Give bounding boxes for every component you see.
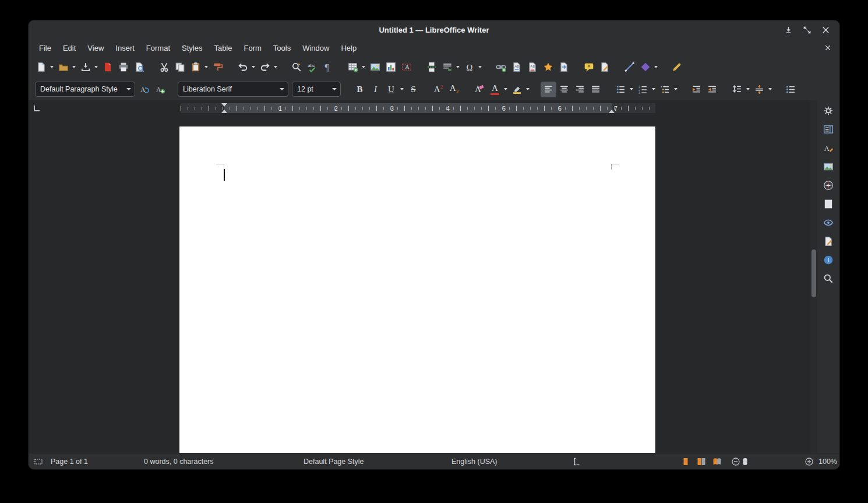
horizontal-ruler[interactable]: 1234567 xyxy=(181,103,655,113)
menu-form[interactable]: Form xyxy=(238,41,267,55)
align-left-button[interactable] xyxy=(541,82,556,97)
insert-footnote-button[interactable]: AB xyxy=(509,59,524,75)
italic-button[interactable]: I xyxy=(368,82,383,97)
track-changes-button[interactable] xyxy=(597,59,612,75)
formatting-marks-button[interactable]: ¶ xyxy=(320,59,336,75)
insert-table-dropdown-arrow[interactable] xyxy=(361,59,366,75)
view-book-button[interactable] xyxy=(711,456,723,467)
export-pdf-button[interactable] xyxy=(100,59,115,75)
clear-formatting-button[interactable]: A xyxy=(471,82,487,97)
bold-button[interactable]: B xyxy=(352,82,368,97)
tab-stop-selector[interactable] xyxy=(32,104,41,113)
chevron-down-icon[interactable] xyxy=(123,82,135,96)
insert-chart-button[interactable] xyxy=(383,59,398,75)
print-button[interactable] xyxy=(115,59,131,75)
insert-cross-reference-button[interactable] xyxy=(556,59,571,75)
insert-hyperlink-button[interactable] xyxy=(493,59,509,75)
paragraph-spacing-dropdown-arrow[interactable] xyxy=(767,82,772,97)
insert-image-button[interactable] xyxy=(367,59,383,75)
font-name-combobox[interactable]: Liberation Serif xyxy=(178,82,288,97)
view-single-page-button[interactable] xyxy=(680,456,691,467)
page-style-status[interactable]: Default Page Style xyxy=(304,458,364,466)
paste-button[interactable] xyxy=(188,59,203,75)
align-right-button[interactable] xyxy=(572,82,588,97)
highlight-color-dropdown-arrow[interactable] xyxy=(525,82,530,97)
language-status[interactable]: English (USA) xyxy=(451,458,497,466)
sidebar-find-tab[interactable] xyxy=(821,272,835,285)
sidebar-style-inspector-tab[interactable] xyxy=(821,216,835,229)
insert-field-dropdown-arrow[interactable] xyxy=(455,59,460,75)
open-button[interactable] xyxy=(55,59,71,75)
vertical-scrollbar[interactable] xyxy=(810,100,817,453)
unordered-list-button[interactable] xyxy=(613,82,629,97)
sidebar-styles-tab[interactable]: A xyxy=(821,142,835,154)
insert-special-character-button[interactable]: Ω xyxy=(461,59,477,75)
minimize-button[interactable] xyxy=(782,24,794,36)
word-count-status[interactable]: 0 words, 0 characters xyxy=(144,458,214,466)
selection-mode-icon[interactable] xyxy=(34,457,43,466)
maximize-button[interactable] xyxy=(801,24,813,36)
basic-shapes-dropdown-arrow[interactable] xyxy=(653,59,658,75)
outline-list-button[interactable] xyxy=(657,82,673,97)
save-dropdown-arrow[interactable] xyxy=(93,59,98,75)
menu-file[interactable]: File xyxy=(33,41,57,55)
menu-table[interactable]: Table xyxy=(208,41,238,55)
new-style-button[interactable]: A xyxy=(153,82,168,97)
sidebar-gallery-tab[interactable] xyxy=(821,160,835,173)
undo-button[interactable] xyxy=(235,59,250,75)
insert-table-button[interactable] xyxy=(345,59,361,75)
zoom-in-button[interactable] xyxy=(805,457,814,466)
increase-indent-button[interactable] xyxy=(689,82,704,97)
menu-window[interactable]: Window xyxy=(297,41,335,55)
paste-dropdown-arrow[interactable] xyxy=(203,59,209,75)
insert-special-character-dropdown-arrow[interactable] xyxy=(477,59,482,75)
sidebar-manage-changes-tab[interactable] xyxy=(821,235,835,248)
paragraph-style-combobox[interactable]: Default Paragraph Style xyxy=(35,82,135,97)
menu-view[interactable]: View xyxy=(82,41,110,55)
redo-dropdown-arrow[interactable] xyxy=(273,59,278,75)
decrease-indent-button[interactable] xyxy=(704,82,720,97)
insert-bookmark-button[interactable] xyxy=(540,59,556,75)
first-line-indent-marker[interactable] xyxy=(221,103,227,107)
sidebar-properties-tab[interactable] xyxy=(821,123,835,136)
show-draw-functions-button[interactable] xyxy=(669,59,684,75)
sidebar-settings-button[interactable] xyxy=(821,104,835,117)
menu-styles[interactable]: Styles xyxy=(176,41,208,55)
menu-tools[interactable]: Tools xyxy=(267,41,297,55)
update-style-button[interactable]: A xyxy=(137,82,153,97)
superscript-button[interactable]: A2 xyxy=(431,82,446,97)
font-color-dropdown-arrow[interactable] xyxy=(503,82,508,97)
ordered-list-button[interactable]: 123 xyxy=(635,82,651,97)
zoom-level-status[interactable]: 100% xyxy=(818,458,837,466)
sidebar-page-tab[interactable] xyxy=(821,198,835,210)
find-replace-button[interactable] xyxy=(288,59,304,75)
right-indent-marker[interactable] xyxy=(609,110,615,113)
unordered-list-dropdown-arrow[interactable] xyxy=(629,82,634,97)
insert-field-button[interactable] xyxy=(439,59,455,75)
view-multiple-pages-button[interactable] xyxy=(696,456,707,467)
zoom-slider-thumb[interactable] xyxy=(743,458,747,465)
redo-button[interactable] xyxy=(257,59,273,75)
paragraph-spacing-button[interactable] xyxy=(751,82,767,97)
chevron-down-icon[interactable] xyxy=(276,82,288,96)
clone-formatting-button[interactable] xyxy=(210,59,225,75)
menu-format[interactable]: Format xyxy=(140,41,176,55)
open-dropdown-arrow[interactable] xyxy=(71,59,76,75)
scrollbar-thumb[interactable] xyxy=(811,249,816,297)
sidebar-navigator-tab[interactable] xyxy=(821,179,835,192)
justify-button[interactable] xyxy=(588,82,604,97)
bullets-and-numbering-button[interactable] xyxy=(783,82,799,97)
strikethrough-button[interactable]: S xyxy=(405,82,421,97)
chevron-down-icon[interactable] xyxy=(329,82,340,96)
menu-insert[interactable]: Insert xyxy=(110,41,140,55)
font-color-button[interactable]: A xyxy=(487,82,503,97)
new-document-dropdown-arrow[interactable] xyxy=(49,59,54,75)
titlebar[interactable]: Untitled 1 — LibreOffice Writer xyxy=(29,20,839,40)
insert-mode-icon[interactable] xyxy=(571,457,581,466)
zoom-out-button[interactable] xyxy=(731,457,740,466)
align-center-button[interactable] xyxy=(556,82,572,97)
page-number-status[interactable]: Page 1 of 1 xyxy=(51,458,88,466)
sidebar-accessibility-check-tab[interactable]: i xyxy=(821,254,835,266)
line-spacing-dropdown-arrow[interactable] xyxy=(745,82,750,97)
insert-endnote-button[interactable]: AB xyxy=(524,59,540,75)
